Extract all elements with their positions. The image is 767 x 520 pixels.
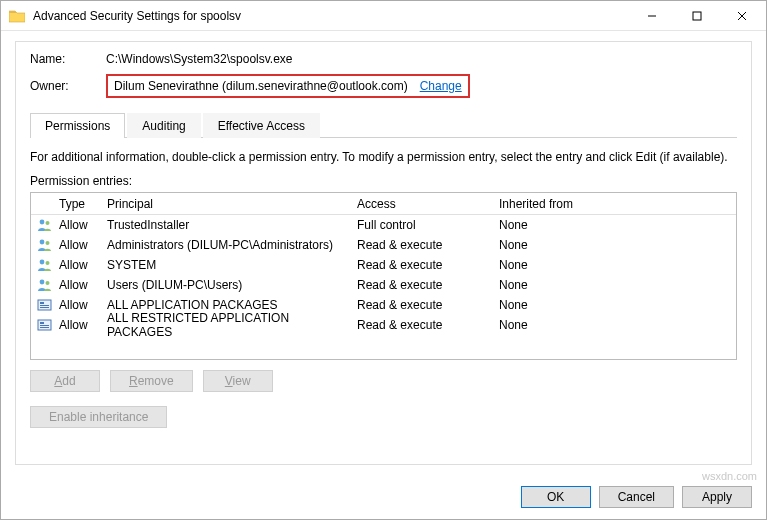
table-row[interactable]: AllowUsers (DILUM-PC\Users)Read & execut… — [31, 275, 736, 295]
enable-inheritance-button: Enable inheritance — [30, 406, 167, 428]
cell-principal: Users (DILUM-PC\Users) — [107, 278, 357, 292]
cell-principal: TrustedInstaller — [107, 218, 357, 232]
cell-inherited: None — [499, 238, 730, 252]
ok-button[interactable]: OK — [521, 486, 591, 508]
name-value: C:\Windows\System32\spoolsv.exe — [106, 52, 293, 66]
table-row[interactable]: AllowAdministrators (DILUM-PC\Administra… — [31, 235, 736, 255]
column-principal[interactable]: Principal — [107, 197, 357, 211]
tab-permissions[interactable]: Permissions — [30, 113, 125, 138]
cancel-button[interactable]: Cancel — [599, 486, 674, 508]
cell-access: Read & execute — [357, 278, 499, 292]
people-icon — [37, 278, 59, 292]
svg-point-10 — [40, 280, 45, 285]
cell-access: Read & execute — [357, 238, 499, 252]
apply-button[interactable]: Apply — [682, 486, 752, 508]
window-title: Advanced Security Settings for spoolsv — [33, 9, 629, 23]
view-button: View — [203, 370, 273, 392]
cell-inherited: None — [499, 218, 730, 232]
cell-principal: ALL RESTRICTED APPLICATION PACKAGES — [107, 311, 357, 339]
add-button: Add — [30, 370, 100, 392]
svg-rect-17 — [40, 322, 44, 324]
tab-effective-access[interactable]: Effective Access — [203, 113, 320, 138]
maximize-button[interactable] — [674, 1, 719, 30]
close-button[interactable] — [719, 1, 764, 30]
permission-list[interactable]: Type Principal Access Inherited from All… — [30, 192, 737, 360]
owner-highlight: Dilum Senevirathne (dilum.senevirathne@o… — [106, 74, 470, 98]
svg-rect-15 — [40, 307, 49, 308]
cell-type: Allow — [59, 318, 107, 332]
svg-rect-19 — [40, 327, 49, 328]
minimize-button[interactable] — [629, 1, 674, 30]
main-panel: Name: C:\Windows\System32\spoolsv.exe Ow… — [15, 41, 752, 465]
cell-principal: SYSTEM — [107, 258, 357, 272]
info-text: For additional information, double-click… — [30, 150, 737, 164]
svg-rect-13 — [40, 302, 44, 304]
dialog-footer: OK Cancel Apply — [1, 475, 766, 519]
table-row[interactable]: AllowSYSTEMRead & executeNone — [31, 255, 736, 275]
package-icon — [37, 318, 59, 332]
name-label: Name: — [30, 52, 106, 66]
cell-inherited: None — [499, 318, 730, 332]
cell-access: Read & execute — [357, 258, 499, 272]
svg-point-5 — [46, 221, 50, 225]
cell-type: Allow — [59, 238, 107, 252]
people-icon — [37, 218, 59, 232]
list-header: Type Principal Access Inherited from — [31, 193, 736, 215]
window: Advanced Security Settings for spoolsv N… — [0, 0, 767, 520]
cell-inherited: None — [499, 298, 730, 312]
cell-access: Read & execute — [357, 298, 499, 312]
owner-label: Owner: — [30, 79, 106, 93]
svg-point-7 — [46, 241, 50, 245]
svg-point-9 — [46, 261, 50, 265]
cell-type: Allow — [59, 278, 107, 292]
tab-strip: Permissions Auditing Effective Access — [30, 112, 737, 138]
column-type[interactable]: Type — [59, 197, 107, 211]
package-icon — [37, 298, 59, 312]
svg-point-6 — [40, 240, 45, 245]
cell-type: Allow — [59, 258, 107, 272]
cell-type: Allow — [59, 298, 107, 312]
cell-access: Read & execute — [357, 318, 499, 332]
svg-point-8 — [40, 260, 45, 265]
svg-point-4 — [40, 220, 45, 225]
cell-principal: ALL APPLICATION PACKAGES — [107, 298, 357, 312]
svg-point-11 — [46, 281, 50, 285]
svg-rect-18 — [40, 325, 49, 326]
column-access[interactable]: Access — [357, 197, 499, 211]
titlebar: Advanced Security Settings for spoolsv — [1, 1, 766, 31]
svg-rect-1 — [693, 12, 701, 20]
table-row[interactable]: AllowTrustedInstallerFull controlNone — [31, 215, 736, 235]
entries-label: Permission entries: — [30, 174, 737, 188]
people-icon — [37, 258, 59, 272]
cell-inherited: None — [499, 258, 730, 272]
cell-principal: Administrators (DILUM-PC\Administrators) — [107, 238, 357, 252]
tab-auditing[interactable]: Auditing — [127, 113, 200, 138]
content-area: Name: C:\Windows\System32\spoolsv.exe Ow… — [1, 31, 766, 475]
svg-rect-14 — [40, 305, 49, 306]
change-owner-link[interactable]: Change — [420, 79, 462, 93]
table-row[interactable]: AllowALL RESTRICTED APPLICATION PACKAGES… — [31, 315, 736, 335]
remove-button: Remove — [110, 370, 193, 392]
cell-access: Full control — [357, 218, 499, 232]
folder-icon — [9, 9, 25, 23]
people-icon — [37, 238, 59, 252]
column-inherited[interactable]: Inherited from — [499, 197, 730, 211]
cell-inherited: None — [499, 278, 730, 292]
cell-type: Allow — [59, 218, 107, 232]
owner-value: Dilum Senevirathne (dilum.senevirathne@o… — [114, 79, 408, 93]
